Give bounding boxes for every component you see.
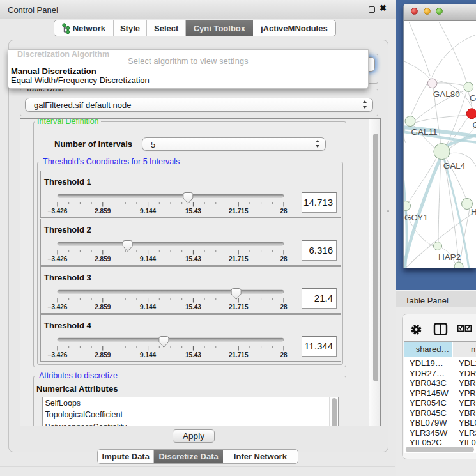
svg-text:28: 28 — [280, 303, 288, 311]
svg-text:2.859: 2.859 — [95, 303, 111, 311]
svg-text:15.43: 15.43 — [185, 256, 201, 263]
svg-text:9.144: 9.144 — [140, 351, 156, 358]
svg-text:GA: GA — [470, 93, 476, 103]
svg-text:9.144: 9.144 — [140, 303, 156, 311]
svg-text:GAL4: GAL4 — [443, 161, 466, 171]
svg-text:21.715: 21.715 — [229, 208, 249, 215]
svg-text:GAL80: GAL80 — [433, 89, 460, 99]
svg-text:2.859: 2.859 — [95, 351, 111, 358]
svg-text:−3.426: −3.426 — [48, 208, 68, 215]
svg-text:−3.426: −3.426 — [48, 303, 68, 311]
svg-text:2.859: 2.859 — [95, 256, 111, 263]
svg-text:C: C — [472, 120, 476, 130]
svg-text:28: 28 — [280, 208, 288, 215]
svg-text:H: H — [471, 207, 476, 217]
svg-text:15.43: 15.43 — [185, 208, 201, 215]
svg-text:28: 28 — [280, 351, 288, 358]
svg-text:2.859: 2.859 — [95, 208, 111, 215]
svg-text:−3.426: −3.426 — [48, 256, 68, 263]
svg-text:15.43: 15.43 — [185, 351, 201, 358]
svg-text:21.715: 21.715 — [229, 256, 249, 263]
svg-text:−3.426: −3.426 — [48, 351, 68, 358]
svg-text:9.144: 9.144 — [140, 256, 156, 263]
svg-text:HAP2: HAP2 — [438, 252, 461, 262]
svg-text:GCY1: GCY1 — [404, 213, 428, 222]
svg-text:28: 28 — [280, 256, 288, 263]
svg-text:21.715: 21.715 — [229, 351, 249, 358]
svg-text:GAL11: GAL11 — [411, 127, 438, 137]
svg-text:21.715: 21.715 — [229, 303, 249, 311]
svg-text:9.144: 9.144 — [140, 208, 156, 215]
svg-text:15.43: 15.43 — [185, 303, 201, 311]
